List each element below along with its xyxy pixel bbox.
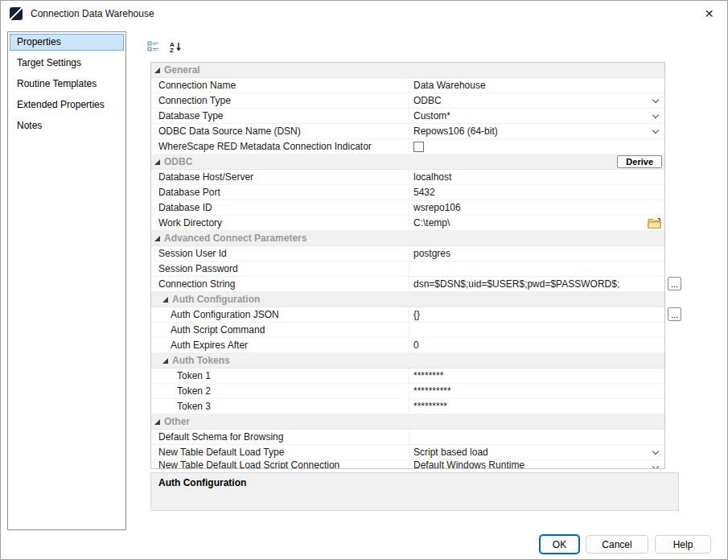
- property-row-odbc-data-source-name-dsn[interactable]: ODBC Data Source Name (DSN)Repows106 (64…: [151, 124, 664, 139]
- ok-button[interactable]: OK: [540, 535, 579, 554]
- section-label: ODBC: [164, 156, 192, 167]
- property-value-text: Data Warehouse: [413, 80, 486, 91]
- window-title: Connection Data Warehouse: [31, 8, 154, 19]
- section-header-odbc[interactable]: ODBCDerive: [151, 154, 664, 170]
- property-value-text: *********: [413, 401, 447, 412]
- property-row-database-host-server[interactable]: Database Host/Serverlocalhost: [151, 170, 664, 185]
- section-header-advanced-connect-parameters[interactable]: Advanced Connect Parameters: [151, 231, 664, 246]
- checkbox[interactable]: [413, 142, 424, 152]
- help-button[interactable]: Help: [655, 535, 711, 554]
- close-button[interactable]: ✕: [691, 1, 727, 27]
- dropdown-chevron-icon[interactable]: [649, 126, 662, 138]
- cancel-button[interactable]: Cancel: [586, 535, 648, 554]
- ellipsis-browse-button[interactable]: ...: [668, 307, 681, 321]
- property-row-new-table-default-load-type[interactable]: New Table Default Load TypeScript based …: [151, 445, 664, 460]
- property-value-cell[interactable]: Repows106 (64-bit): [409, 124, 664, 138]
- property-value-cell[interactable]: [409, 430, 664, 444]
- expand-collapse-triangle-icon[interactable]: [154, 419, 160, 425]
- property-row-token-2[interactable]: Token 2**********: [151, 384, 664, 399]
- derive-button[interactable]: Derive: [617, 155, 662, 168]
- property-value-cell[interactable]: localhost: [409, 170, 664, 184]
- property-grid-toolbar: A Z: [144, 38, 185, 57]
- property-value-text: 0: [413, 340, 419, 351]
- property-label: Token 2: [151, 384, 409, 398]
- property-label: New Table Default Load Type: [151, 445, 409, 459]
- property-value-cell[interactable]: Custom*: [409, 109, 664, 123]
- property-value-cell[interactable]: C:\temp\: [409, 216, 664, 230]
- property-row-token-3[interactable]: Token 3*********: [151, 399, 664, 414]
- expand-collapse-triangle-icon[interactable]: [154, 159, 160, 165]
- property-row-database-type[interactable]: Database TypeCustom*: [151, 109, 664, 124]
- property-value-cell[interactable]: ********: [409, 369, 664, 383]
- section-header-general[interactable]: General: [151, 63, 664, 78]
- property-row-wherescape-red-metadata-connection-indicator[interactable]: WhereScape RED Metadata Connection Indic…: [151, 139, 664, 154]
- property-row-work-directory[interactable]: Work DirectoryC:\temp\: [151, 216, 664, 231]
- property-row-auth-script-command[interactable]: Auth Script Command: [151, 323, 664, 338]
- property-label: ODBC Data Source Name (DSN): [151, 124, 409, 138]
- property-value-cell[interactable]: **********: [409, 384, 664, 398]
- property-row-connection-name[interactable]: Connection NameData Warehouse: [151, 78, 664, 93]
- categorized-view-button[interactable]: [144, 38, 163, 57]
- description-panel: Auth Configuration: [150, 472, 679, 511]
- dialog: Connection Data Warehouse ✕ PropertiesTa…: [0, 0, 728, 560]
- property-row-token-1[interactable]: Token 1********: [151, 369, 664, 384]
- property-row-session-password[interactable]: Session Password: [151, 261, 664, 277]
- property-value-text: Default Windows Runtime: [413, 460, 524, 469]
- property-row-session-user-id[interactable]: Session User Idpostgres: [151, 246, 664, 261]
- expand-collapse-triangle-icon[interactable]: [154, 236, 160, 241]
- ellipsis-browse-button[interactable]: ...: [668, 277, 681, 290]
- property-row-database-id[interactable]: Database IDwsrepo106: [151, 200, 664, 216]
- property-row-connection-type[interactable]: Connection TypeODBC: [151, 93, 664, 109]
- section-label: Other: [164, 416, 190, 427]
- property-value-cell[interactable]: 5432: [409, 185, 664, 200]
- expand-collapse-triangle-icon[interactable]: [162, 297, 168, 303]
- chevron-down-icon: [652, 448, 659, 455]
- section-label: Auth Configuration: [172, 294, 260, 305]
- section-header-auth-configuration[interactable]: Auth Configuration: [151, 292, 664, 307]
- property-row-auth-configuration-json[interactable]: Auth Configuration JSON{}: [151, 307, 664, 323]
- property-value-cell[interactable]: 0: [409, 338, 664, 352]
- property-value-cell[interactable]: postgres: [409, 246, 664, 261]
- property-grid: GeneralConnection NameData WarehouseConn…: [150, 62, 665, 469]
- property-value-cell[interactable]: ODBC: [409, 93, 664, 108]
- property-label: Token 3: [151, 399, 409, 414]
- section-header-other[interactable]: Other: [151, 414, 664, 430]
- svg-text:Z: Z: [170, 47, 174, 53]
- property-value-cell[interactable]: Default Windows Runtime: [409, 460, 664, 469]
- dropdown-chevron-icon[interactable]: [649, 462, 662, 469]
- dropdown-chevron-icon[interactable]: [649, 447, 662, 459]
- property-row-new-table-default-load-script-connection[interactable]: New Table Default Load Script Connection…: [151, 460, 664, 469]
- property-row-database-port[interactable]: Database Port5432: [151, 185, 664, 200]
- property-label: Default Schema for Browsing: [151, 430, 409, 444]
- footer: OK Cancel Help: [540, 535, 711, 554]
- section-header-auth-tokens[interactable]: Auth Tokens: [151, 353, 664, 369]
- sidebar-item-extended-properties[interactable]: Extended Properties: [10, 97, 124, 113]
- app-icon: [10, 7, 23, 20]
- titlebar: Connection Data Warehouse ✕: [1, 1, 727, 27]
- property-value-cell[interactable]: wsrepo106: [409, 200, 664, 215]
- dropdown-chevron-icon[interactable]: [649, 110, 662, 122]
- sidebar-item-routine-templates[interactable]: Routine Templates: [10, 76, 124, 93]
- sidebar-item-properties[interactable]: Properties: [10, 34, 124, 51]
- property-value-cell[interactable]: Data Warehouse: [409, 78, 664, 93]
- property-value-cell[interactable]: dsn=$DSN$;uid=$USER$;pwd=$PASSWORD$;: [409, 277, 664, 291]
- property-label: Connection Name: [151, 78, 409, 93]
- expand-collapse-triangle-icon[interactable]: [154, 68, 160, 73]
- property-value-cell[interactable]: [409, 261, 664, 276]
- property-label: Auth Script Command: [151, 323, 409, 337]
- property-value-cell[interactable]: [409, 323, 664, 337]
- property-row-connection-string[interactable]: Connection Stringdsn=$DSN$;uid=$USER$;pw…: [151, 277, 664, 292]
- sidebar-item-target-settings[interactable]: Target Settings: [10, 55, 124, 72]
- folder-browse-icon[interactable]: [648, 217, 661, 229]
- property-row-auth-expires-after[interactable]: Auth Expires After0: [151, 338, 664, 353]
- expand-collapse-triangle-icon[interactable]: [162, 358, 168, 364]
- sidebar-item-notes[interactable]: Notes: [10, 117, 124, 134]
- property-value-cell[interactable]: [409, 139, 664, 154]
- dropdown-chevron-icon[interactable]: [649, 95, 662, 107]
- property-value-cell[interactable]: *********: [409, 399, 664, 414]
- property-value-cell[interactable]: Script based load: [409, 445, 664, 459]
- property-label: Token 1: [151, 369, 409, 383]
- property-row-default-schema-for-browsing[interactable]: Default Schema for Browsing: [151, 430, 664, 445]
- property-value-cell[interactable]: {}: [409, 307, 664, 322]
- sort-alphabetical-button[interactable]: A Z: [166, 38, 185, 57]
